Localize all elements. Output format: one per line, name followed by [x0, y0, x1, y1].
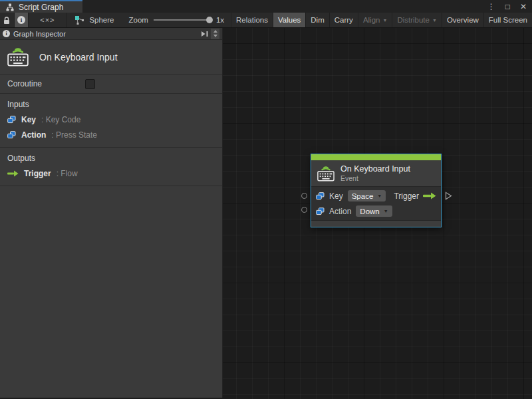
node-footer [311, 220, 441, 227]
input-name: Key [21, 115, 36, 124]
input-port-row: Key : Key Code [7, 115, 215, 124]
output-type: : Flow [57, 169, 78, 178]
coroutine-label: Coroutine [7, 79, 42, 88]
edit-source-button[interactable]: <×> [29, 13, 66, 27]
zoom-slider[interactable] [154, 19, 211, 21]
values-button[interactable]: Values [273, 13, 305, 27]
output-port-row: Trigger : Flow [7, 169, 215, 178]
full-screen-label: Full Screen [489, 16, 527, 24]
scrub-stepper[interactable] [211, 29, 219, 39]
zoom-label: Zoom [128, 16, 148, 24]
action-value-dropdown[interactable]: Down ▼ [356, 205, 392, 217]
inspector-toggle-button[interactable]: i [15, 13, 29, 27]
align-label: Align [363, 16, 380, 24]
trigger-flow-port[interactable] [445, 192, 452, 200]
trigger-label: Trigger [394, 192, 419, 201]
node-row-key: Key Space ▼ Trigger [316, 189, 436, 203]
relations-button[interactable]: Relations [231, 13, 273, 27]
inputs-header: Inputs [7, 100, 215, 109]
output-name: Trigger [24, 169, 51, 178]
lock-button[interactable] [0, 13, 15, 27]
dim-label: Dim [311, 16, 324, 24]
flow-arrow-icon [423, 192, 436, 200]
input-type: : Press State [51, 130, 97, 140]
window-controls: ⋮ □ ✕ [487, 0, 527, 13]
graph-context-label: Sphere [89, 16, 114, 24]
input-type: : Key Code [41, 115, 80, 124]
relations-label: Relations [236, 16, 268, 24]
outputs-header: Outputs [7, 154, 215, 163]
keyboard-event-icon [317, 166, 334, 182]
tab-script-graph[interactable]: Script Graph [0, 0, 82, 13]
chevron-up-icon [213, 30, 217, 33]
overview-label: Overview [447, 16, 479, 24]
keyboard-event-icon [7, 47, 29, 66]
value-port-icon [316, 192, 325, 200]
window-menu-icon[interactable]: ⋮ [487, 2, 495, 11]
unit-title: On Keyboard Input [39, 52, 118, 63]
node-event-colorbar [311, 154, 441, 160]
chevron-down-icon: ▼ [384, 209, 388, 213]
full-screen-button[interactable]: Full Screen [483, 13, 532, 27]
graph-inspector-header: i Graph Inspector [0, 28, 222, 40]
graph-inspector-panel: i Graph Inspector [0, 28, 223, 398]
zoom-value: 1x [216, 16, 224, 24]
node-row-action: Action Down ▼ [316, 204, 436, 218]
distribute-dropdown-button[interactable]: Distribute ▼ [392, 13, 442, 27]
dock-panel-icon[interactable] [201, 31, 209, 37]
graph-toolbar: i <×> Sphere Zoom 1x Relations Values Di… [0, 13, 532, 28]
graph-canvas[interactable]: On Keyboard Input Event Key Space ▼ Trig… [223, 28, 532, 399]
inspector-header-controls [201, 29, 219, 39]
graph-hierarchy-icon [5, 3, 15, 11]
code-icon: <×> [40, 16, 55, 24]
lock-icon [3, 16, 11, 25]
node-header[interactable]: On Keyboard Input Event [311, 160, 441, 187]
carry-button[interactable]: Carry [329, 13, 358, 27]
distribute-label: Distribute [397, 16, 430, 24]
maximize-icon[interactable]: □ [505, 2, 510, 11]
graph-context-breadcrumb[interactable]: Sphere [66, 13, 122, 27]
input-name: Action [21, 130, 46, 140]
chevron-down-icon: ▼ [432, 18, 437, 23]
close-icon[interactable]: ✕ [520, 2, 527, 11]
info-icon: i [3, 30, 10, 37]
carry-label: Carry [334, 16, 353, 24]
node-title: On Keyboard Input [340, 164, 410, 174]
coroutine-checkbox[interactable] [85, 79, 95, 89]
window-titlebar: Script Graph ⋮ □ ✕ [0, 0, 532, 13]
info-icon: i [17, 16, 25, 24]
overview-button[interactable]: Overview [442, 13, 483, 27]
align-dropdown-button[interactable]: Align ▼ [358, 13, 392, 27]
zoom-control: Zoom 1x [122, 13, 231, 27]
tab-label: Script Graph [19, 3, 63, 12]
key-value: Space [352, 192, 374, 200]
trigger-output[interactable]: Trigger [394, 192, 436, 201]
value-port-icon [7, 131, 16, 139]
coroutine-row: Coroutine [0, 74, 222, 94]
graph-context-icon [74, 15, 84, 25]
key-input-port[interactable] [301, 193, 307, 199]
node-body: Key Space ▼ Trigger Acti [311, 187, 441, 220]
value-port-icon [7, 116, 16, 124]
action-input-port[interactable] [301, 207, 307, 213]
chevron-down-icon: ▼ [377, 194, 382, 198]
dim-button[interactable]: Dim [305, 13, 329, 27]
action-value: Down [360, 207, 379, 215]
input-port-row: Action : Press State [7, 130, 215, 140]
chevron-down-icon: ▼ [382, 18, 387, 23]
value-port-icon [316, 207, 325, 215]
on-keyboard-input-node[interactable]: On Keyboard Input Event Key Space ▼ Trig… [311, 154, 442, 227]
chevron-down-icon [213, 35, 217, 37]
key-port-label: Key [329, 192, 343, 201]
toolbar-buttons: Relations Values Dim Carry Align ▼ Distr… [231, 13, 532, 27]
graph-inspector-title: Graph Inspector [13, 30, 66, 38]
action-port-label: Action [329, 207, 351, 216]
node-subtitle: Event [340, 174, 410, 182]
inputs-section: Inputs Key : Key Code Action : Press Sta… [0, 94, 222, 148]
flow-arrow-icon [7, 170, 19, 177]
unit-summary: On Keyboard Input [0, 40, 222, 74]
outputs-section: Outputs Trigger : Flow [0, 148, 222, 186]
zoom-slider-handle[interactable] [206, 17, 213, 23]
node-titles: On Keyboard Input Event [340, 164, 410, 182]
key-value-dropdown[interactable]: Space ▼ [348, 190, 386, 201]
